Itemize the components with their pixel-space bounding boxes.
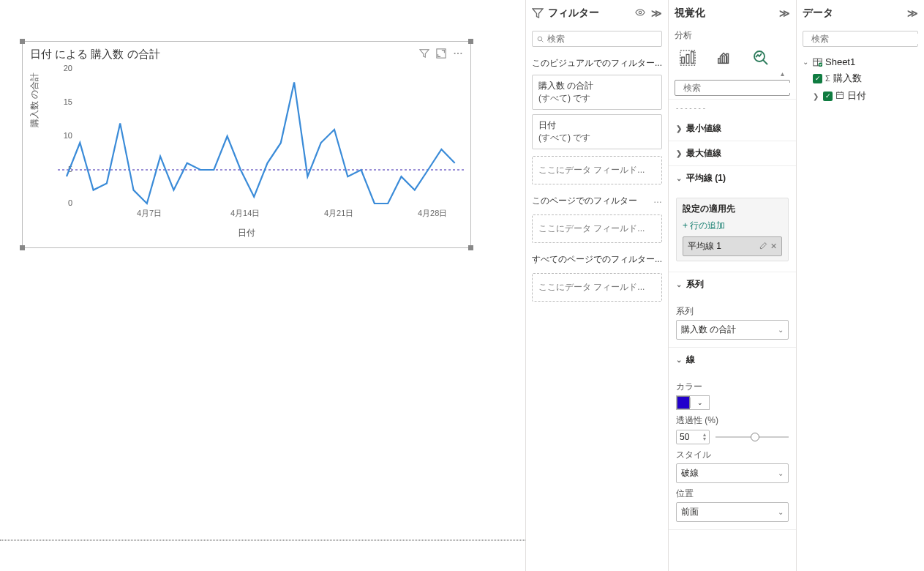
delete-icon[interactable]: ✕	[770, 242, 777, 251]
filter-card[interactable]: 購入数 の合計 (すべて) です	[532, 75, 662, 110]
calendar-icon	[835, 91, 844, 101]
svg-rect-10	[718, 59, 721, 63]
table-icon	[813, 57, 822, 67]
filters-search-input[interactable]	[547, 34, 657, 44]
spinner-icon[interactable]: ▴▾	[703, 433, 706, 441]
section-line[interactable]: ⌄線	[669, 348, 796, 372]
resize-handle[interactable]	[20, 245, 25, 250]
series-select[interactable]: 購入数 の合計⌄	[676, 320, 789, 340]
resize-handle[interactable]	[468, 245, 473, 250]
data-panel-title: データ	[803, 7, 833, 20]
avg-line-item[interactable]: 平均線 1 ✕	[683, 236, 782, 256]
chevron-down-icon: ⌄	[690, 398, 709, 408]
x-tick: 4月21日	[324, 208, 353, 219]
transparency-slider[interactable]	[715, 433, 789, 441]
chart-title: 日付 による 購入数 の合計	[30, 48, 160, 61]
filter-field-name: 購入数 の合計	[538, 80, 656, 92]
data-search[interactable]	[803, 31, 918, 47]
search-icon	[537, 34, 544, 44]
transparency-label: 透過性 (%)	[676, 414, 789, 427]
apply-to-label: 設定の適用先	[683, 203, 782, 215]
color-picker[interactable]: ⌄	[676, 395, 710, 410]
line-plot	[58, 61, 466, 208]
apply-settings-card: 設定の適用先 + 行の追加 平均線 1 ✕	[676, 198, 789, 261]
section-max-line[interactable]: ❯最大値線	[669, 141, 796, 165]
svg-rect-8	[691, 52, 694, 64]
chevron-right-icon: ❯	[813, 92, 820, 100]
chevron-right-icon: ❯	[676, 124, 682, 133]
collapse-panel-icon[interactable]: ≫	[779, 7, 790, 19]
y-axis-label: 購入数 の合計	[29, 72, 41, 127]
chevron-down-icon: ⌄	[778, 508, 784, 516]
section-avg-line[interactable]: ⌄平均線 (1)	[669, 166, 796, 190]
filter-field-name: 日付	[538, 119, 656, 132]
analytics-tab[interactable]	[751, 48, 771, 68]
x-tick: 4月14日	[230, 208, 260, 219]
svg-rect-11	[722, 56, 724, 63]
filter-field-status: (すべて) です	[538, 92, 656, 105]
field-row[interactable]: ❯ ✓ 日付	[801, 87, 920, 105]
chevron-down-icon: ⌄	[676, 280, 682, 288]
filter-icon	[532, 7, 544, 19]
eye-icon[interactable]	[635, 7, 645, 20]
filter-card[interactable]: 日付 (すべて) です	[532, 114, 662, 149]
visual-filters-heading: このビジュアルでのフィルター...	[532, 57, 662, 70]
collapse-panel-icon[interactable]: ≫	[907, 7, 918, 19]
sigma-icon: Σ	[825, 74, 830, 83]
add-row-button[interactable]: + 行の追加	[683, 220, 782, 232]
resize-handle[interactable]	[20, 39, 25, 44]
viz-panel-title: 視覚化	[675, 7, 705, 20]
data-search-input[interactable]	[811, 34, 921, 44]
focus-mode-icon[interactable]	[436, 48, 446, 61]
svg-rect-18	[837, 92, 844, 98]
drop-field-target[interactable]: ここにデータ フィールド...	[532, 156, 662, 184]
x-tick: 4月28日	[418, 208, 447, 219]
line-chart-visual[interactable]: 日付 による 購入数 の合計 購入数 の合計 日付 20 15 10 5 0 4…	[22, 41, 471, 248]
position-select[interactable]: 前面⌄	[676, 502, 789, 522]
filter-icon[interactable]	[419, 48, 429, 61]
field-name: 日付	[847, 89, 866, 102]
viz-search[interactable]	[675, 80, 790, 96]
section-series[interactable]: ⌄系列	[669, 272, 796, 296]
table-node[interactable]: ⌄ Sheet1	[801, 54, 920, 70]
svg-rect-7	[686, 54, 689, 63]
svg-point-5	[538, 37, 542, 41]
build-visual-tab[interactable]	[677, 48, 698, 68]
viz-search-input[interactable]	[683, 83, 793, 93]
canvas-footer-border	[0, 540, 525, 540]
checked-checkbox-icon[interactable]: ✓	[813, 74, 822, 83]
section-min-line[interactable]: ❯最小値線	[669, 116, 796, 141]
filters-search[interactable]	[532, 31, 662, 47]
filters-panel: フィルター ≫ このビジュアルでのフィルター... 購入数 の合計 (すべて) …	[525, 0, 668, 571]
x-axis-label: 日付	[238, 227, 255, 239]
color-label: カラー	[676, 381, 789, 393]
chart-series-line	[67, 82, 455, 204]
chevron-down-icon: ⌄	[676, 356, 682, 364]
more-icon[interactable]: …	[653, 195, 662, 207]
format-visual-tab[interactable]	[714, 48, 735, 68]
field-name: 購入数	[833, 72, 862, 85]
color-swatch	[677, 396, 690, 409]
svg-point-4	[639, 11, 642, 14]
chevron-down-icon: ⌄	[803, 58, 810, 66]
edit-icon[interactable]	[759, 242, 767, 251]
chevron-down-icon: ⌄	[778, 326, 784, 334]
position-label: 位置	[676, 488, 789, 500]
x-tick: 4月7日	[137, 208, 162, 219]
table-name: Sheet1	[825, 56, 855, 67]
page-filters-heading: このページでのフィルター	[532, 195, 637, 207]
report-canvas[interactable]: 日付 による 購入数 の合計 購入数 の合計 日付 20 15 10 5 0 4…	[0, 0, 525, 541]
resize-handle[interactable]	[468, 39, 473, 44]
filter-field-status: (すべて) です	[538, 132, 656, 144]
style-select[interactable]: 破線⌄	[676, 463, 789, 483]
collapse-panel-icon[interactable]: ≫	[651, 7, 662, 19]
transparency-input[interactable]: 50▴▾	[676, 430, 710, 444]
chevron-down-icon: ⌄	[778, 469, 784, 477]
more-options-icon[interactable]	[453, 48, 463, 61]
style-label: スタイル	[676, 449, 789, 461]
checked-checkbox-icon[interactable]: ✓	[823, 92, 833, 101]
drop-field-target[interactable]: ここにデータ フィールド...	[532, 214, 662, 243]
svg-rect-6	[682, 57, 685, 63]
drop-field-target[interactable]: ここにデータ フィールド...	[532, 273, 662, 302]
field-row[interactable]: ✓ Σ 購入数	[801, 70, 920, 87]
